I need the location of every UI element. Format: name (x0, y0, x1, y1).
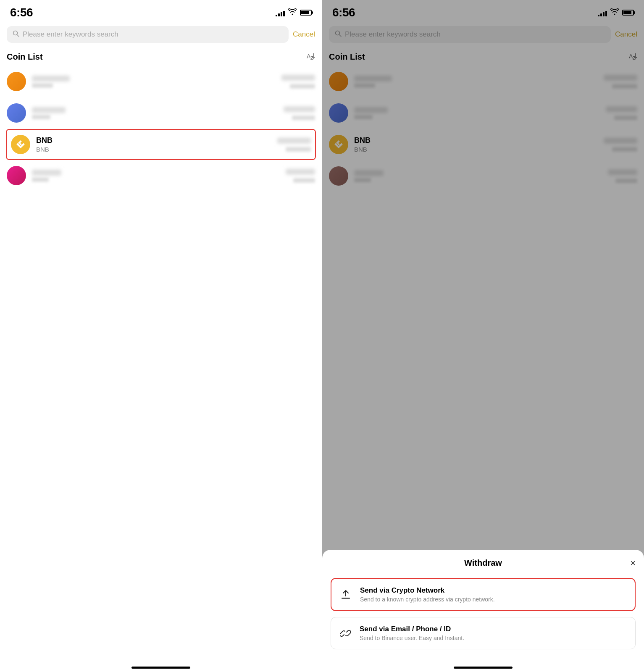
coin-value (286, 169, 315, 183)
home-indicator-left (0, 655, 322, 672)
coin-info (32, 170, 280, 182)
email-phone-desc: Send to Binance user. Easy and Instant. (360, 635, 628, 641)
search-input-left[interactable]: Please enter keywords search (23, 30, 283, 39)
send-email-phone-option[interactable]: Send via Email / Phone / ID Send to Bina… (331, 617, 636, 649)
cancel-button-left[interactable]: Cancel (293, 30, 315, 39)
coin-icon-blue (7, 103, 26, 123)
sort-icon-left[interactable]: A Z (306, 51, 315, 63)
send-crypto-network-option[interactable]: Send via Crypto Network Send to a known … (331, 578, 636, 611)
coin-icon-pink (7, 166, 26, 185)
status-icons-left (276, 8, 312, 17)
email-phone-title: Send via Email / Phone / ID (360, 625, 628, 633)
bnb-symbol: BNB (36, 146, 271, 153)
search-bar-left[interactable]: Please enter keywords search Cancel (0, 23, 322, 46)
sheet-title: Withdraw (464, 558, 502, 568)
crypto-network-desc: Send to a known crypto address via crypt… (360, 596, 628, 603)
coin-list-left: BNB BNB (0, 66, 322, 655)
list-item[interactable] (7, 66, 315, 97)
sheet-header: Withdraw × (331, 558, 636, 568)
left-phone-panel: 6:56 (0, 0, 322, 672)
bnb-value (277, 138, 311, 152)
upload-icon (338, 587, 353, 602)
coin-value (284, 106, 315, 120)
status-bar-left: 6:56 (0, 0, 322, 23)
bnb-icon (11, 135, 30, 154)
coin-list-header-left: Coin List A Z (0, 46, 322, 66)
coin-value (281, 75, 315, 89)
search-input-wrapper-left[interactable]: Please enter keywords search (7, 26, 289, 43)
status-time-left: 6:56 (10, 6, 33, 19)
coin-info (32, 107, 278, 119)
bnb-list-item[interactable]: BNB BNB (6, 129, 316, 160)
svg-rect-10 (342, 598, 350, 599)
list-item[interactable] (7, 160, 315, 192)
coin-info (32, 76, 276, 88)
close-icon[interactable]: × (630, 558, 636, 569)
battery-icon-left (300, 10, 312, 16)
wifi-icon-left (288, 8, 297, 17)
crypto-network-text: Send via Crypto Network Send to a known … (360, 586, 628, 603)
coin-icon-orange (7, 72, 26, 91)
bnb-name: BNB (36, 136, 271, 145)
signal-icon-left (276, 9, 285, 16)
list-item[interactable] (7, 97, 315, 129)
link-icon (338, 626, 353, 641)
right-phone-panel: 6:56 (322, 0, 644, 672)
svg-line-1 (17, 35, 19, 37)
bnb-info: BNB BNB (36, 136, 271, 153)
home-indicator-right (322, 655, 644, 672)
email-phone-text: Send via Email / Phone / ID Send to Bina… (360, 625, 628, 641)
search-icon-left (13, 30, 19, 39)
bottom-sheet: Withdraw × Send via Crypto Network Send … (322, 550, 644, 672)
crypto-network-title: Send via Crypto Network (360, 586, 628, 595)
coin-list-title-left: Coin List (7, 52, 43, 62)
